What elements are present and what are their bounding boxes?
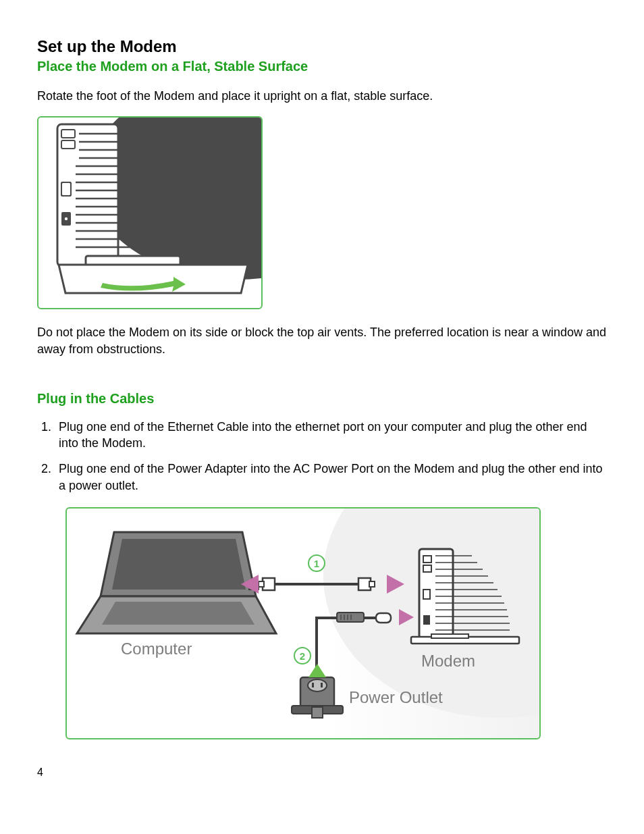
figure-cable-diagram: 1 2 Computer Modem Power Outlet <box>65 507 541 739</box>
step-badge-2: 2 <box>294 647 311 664</box>
svg-rect-3 <box>61 140 75 149</box>
step-badge-1: 1 <box>308 554 325 572</box>
label-computer: Computer <box>121 640 192 658</box>
svg-marker-28 <box>102 602 254 625</box>
svg-rect-4 <box>61 182 71 196</box>
label-power-outlet: Power Outlet <box>349 688 443 707</box>
svg-rect-66 <box>321 683 323 687</box>
heading-plug: Plug in the Cables <box>37 391 607 407</box>
svg-marker-26 <box>112 539 246 590</box>
svg-rect-33 <box>423 590 430 599</box>
figure-modem-placement <box>37 116 263 309</box>
steps-list: Plug one end of the Ethernet Cable into … <box>37 419 607 494</box>
paragraph-warning: Do not place the Modem on its side or bl… <box>37 324 607 357</box>
svg-marker-69 <box>308 664 326 677</box>
paragraph-intro: Rotate the foot of the Modem and place i… <box>37 88 607 104</box>
label-modem: Modem <box>421 652 475 671</box>
svg-rect-56 <box>376 613 391 623</box>
svg-point-64 <box>308 679 327 692</box>
svg-rect-65 <box>312 683 314 687</box>
page-number: 4 <box>37 766 607 779</box>
heading-setup: Set up the Modem <box>37 37 607 56</box>
svg-rect-68 <box>312 707 323 718</box>
svg-rect-51 <box>259 581 264 587</box>
svg-rect-34 <box>423 615 430 625</box>
step-1: Plug one end of the Ethernet Cable into … <box>55 419 607 452</box>
svg-rect-32 <box>423 565 431 572</box>
svg-rect-53 <box>369 581 375 587</box>
heading-place: Place the Modem on a Flat, Stable Surfac… <box>37 59 607 74</box>
svg-rect-31 <box>423 556 431 563</box>
svg-rect-48 <box>431 634 468 638</box>
step-2: Plug one end of the Power Adapter into t… <box>55 461 607 494</box>
svg-point-7 <box>65 217 68 220</box>
svg-rect-2 <box>61 130 75 138</box>
